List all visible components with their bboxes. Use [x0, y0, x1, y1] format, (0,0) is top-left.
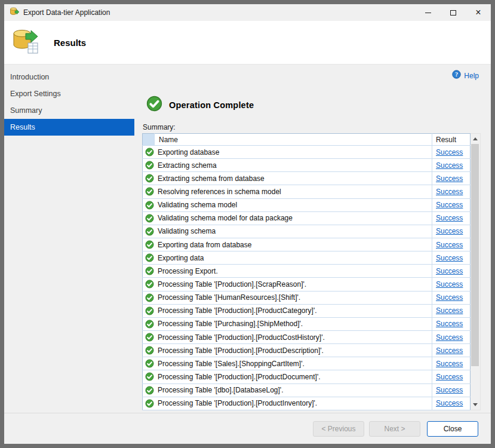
success-link[interactable]: Success [436, 386, 463, 394]
step-name: Processing Table '[Production].[ProductD… [158, 373, 321, 381]
operation-status-title: Operation Complete [169, 100, 254, 110]
success-link[interactable]: Success [436, 254, 463, 262]
table-row[interactable]: Validating schema model for data package… [143, 211, 471, 225]
success-icon [145, 359, 154, 368]
success-link[interactable]: Success [436, 373, 463, 381]
success-icon [145, 201, 154, 210]
success-link[interactable]: Success [436, 293, 463, 302]
table-row[interactable]: Extracting schema Success [143, 159, 471, 172]
sidebar-item-introduction[interactable]: Introduction [4, 69, 134, 85]
success-link[interactable]: Success [436, 148, 463, 157]
table-row[interactable]: Exporting data from database Success [143, 238, 471, 251]
footer-bar: < Previous Next > Close [4, 413, 491, 444]
step-name: Exporting database [158, 148, 219, 157]
table-row[interactable]: Processing Table '[Purchasing].[ShipMeth… [143, 317, 471, 330]
success-link[interactable]: Success [436, 360, 463, 368]
table-row[interactable]: Processing Table '[dbo].[DatabaseLog]'. … [143, 383, 471, 397]
scroll-down-button[interactable] [471, 400, 480, 410]
maximize-button[interactable] [441, 4, 466, 21]
success-icon [145, 214, 154, 223]
table-row[interactable]: Exporting database Success [143, 146, 471, 159]
close-button[interactable]: Close [427, 421, 478, 437]
success-icon [145, 253, 154, 262]
success-icon [145, 240, 154, 249]
table-row[interactable]: Processing Table '[Production].[ProductD… [143, 344, 471, 357]
table-row[interactable]: Resolving references in schema model Suc… [143, 185, 471, 198]
column-header-result[interactable]: Result [432, 134, 471, 146]
success-icon [145, 399, 154, 408]
table-row[interactable]: Exporting data Success [143, 251, 471, 265]
step-name: Validating schema model [158, 201, 237, 209]
success-link[interactable]: Success [436, 201, 463, 209]
previous-button[interactable]: < Previous [313, 421, 364, 437]
page-title: Results [54, 38, 86, 48]
success-icon [145, 386, 154, 395]
step-name: Extracting schema [158, 161, 217, 170]
step-name: Validating schema model for data package [158, 214, 293, 222]
row-selector-header[interactable] [143, 134, 155, 146]
minimize-button[interactable] [416, 4, 441, 21]
success-link[interactable]: Success [436, 280, 463, 289]
table-row[interactable]: Processing Table '[Production].[ScrapRea… [143, 278, 471, 291]
success-icon [145, 187, 154, 196]
close-window-button[interactable]: × [466, 4, 491, 21]
step-name: Processing Table '[Purchasing].[ShipMeth… [158, 320, 303, 328]
scroll-up-icon [473, 137, 478, 140]
window-controls: × [416, 4, 491, 21]
vertical-scrollbar[interactable] [471, 133, 481, 410]
wizard-body: Introduction Export Settings Summary Res… [4, 65, 491, 413]
success-icon [145, 148, 154, 157]
results-table: Name Result Exporting database Suc [142, 133, 471, 410]
success-link[interactable]: Success [436, 346, 463, 355]
scroll-thumb[interactable] [471, 144, 479, 366]
step-name: Processing Export. [158, 267, 218, 275]
success-link[interactable]: Success [436, 174, 463, 183]
sidebar-item-export-settings[interactable]: Export Settings [4, 85, 134, 102]
success-link[interactable]: Success [436, 320, 463, 328]
table-row[interactable]: Processing Table '[Production].[ProductD… [143, 370, 471, 383]
help-link[interactable]: ? Help [452, 70, 479, 81]
scroll-up-button[interactable] [471, 134, 480, 144]
success-link[interactable]: Success [436, 241, 463, 249]
sidebar-item-results[interactable]: Results [4, 119, 134, 136]
wizard-header: Results [4, 21, 491, 65]
success-link[interactable]: Success [436, 306, 463, 315]
table-row[interactable]: Processing Table '[Sales].[ShoppingCartI… [143, 357, 471, 370]
table-row[interactable]: Processing Table '[Production].[ProductC… [143, 304, 471, 317]
success-icon [145, 266, 154, 275]
window-title: Export Data-tier Application [23, 8, 110, 17]
step-name: Processing Table '[dbo].[DatabaseLog]'. [158, 386, 284, 394]
operation-status: Operation Complete [146, 96, 481, 114]
table-row[interactable]: Validating schema Success [143, 225, 471, 238]
next-button[interactable]: Next > [369, 421, 420, 437]
table-row[interactable]: Extracting schema from database Success [143, 172, 471, 185]
table-row[interactable]: Processing Table '[HumanResources].[Shif… [143, 291, 471, 304]
step-name: Extracting schema from database [158, 174, 265, 183]
success-icon [145, 174, 154, 183]
app-icon [10, 7, 19, 19]
success-icon [145, 306, 154, 315]
success-link[interactable]: Success [436, 267, 463, 275]
success-link[interactable]: Success [436, 161, 463, 170]
close-icon: × [475, 8, 481, 17]
table-row[interactable]: Validating schema model Success [143, 198, 471, 211]
success-link[interactable]: Success [436, 214, 463, 222]
success-link[interactable]: Success [436, 399, 463, 407]
table-row[interactable]: Processing Table '[Production].[ProductI… [143, 397, 471, 410]
step-name: Processing Table '[HumanResources].[Shif… [158, 293, 300, 302]
success-icon [145, 161, 154, 170]
table-row[interactable]: Processing Table '[Production].[ProductC… [143, 330, 471, 343]
help-label: Help [464, 72, 479, 80]
results-table-body: Exporting database Success Extracting sc… [143, 146, 471, 410]
column-header-name[interactable]: Name [155, 134, 432, 146]
table-row[interactable]: Processing Export. Success [143, 265, 471, 278]
step-name: Validating schema [158, 227, 216, 235]
export-dac-icon [12, 28, 39, 57]
step-name: Processing Table '[Production].[ProductI… [158, 399, 317, 407]
success-link[interactable]: Success [436, 227, 463, 235]
success-link[interactable]: Success [436, 188, 463, 196]
sidebar-item-summary[interactable]: Summary [4, 102, 134, 119]
step-name: Exporting data [158, 254, 204, 262]
success-link[interactable]: Success [436, 333, 463, 342]
step-name: Resolving references in schema model [158, 188, 281, 196]
